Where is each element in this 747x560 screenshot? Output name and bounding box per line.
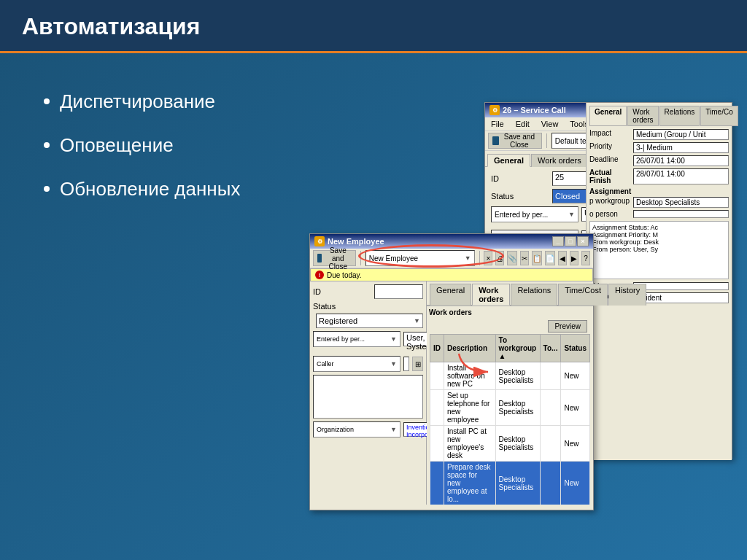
- right-panel: General Work orders Relations Time/Co Im…: [586, 103, 732, 460]
- ne-id-row: ID: [313, 284, 423, 299]
- priority-row: Priority 3-| Medium: [589, 142, 729, 153]
- table-row[interactable]: Set up telephone for new employee Deskto…: [430, 390, 590, 426]
- ne-org-dropdown[interactable]: Organization ▼: [313, 421, 400, 438]
- windows-area: ⚙ 26 – Service Call _ □ × File Edit View…: [309, 102, 732, 540]
- table-row[interactable]: Install PC at new employee's desk Deskto…: [430, 426, 590, 462]
- cell-workgroup: Desktop Specialists: [495, 390, 540, 426]
- assignment-priority: Assignment Priority: M: [592, 231, 726, 238]
- deadline-value[interactable]: 26/07/01 14:00: [633, 155, 729, 166]
- ne-window-controls[interactable]: _ □ ×: [552, 236, 589, 246]
- title-bar: Автоматизация: [0, 0, 747, 53]
- new-employee-title-text: New Employee: [328, 237, 384, 246]
- ne-close-button[interactable]: ×: [577, 236, 589, 246]
- ne-save-close-button[interactable]: Save and Close: [313, 250, 356, 266]
- ne-delete-btn[interactable]: ×: [484, 251, 492, 265]
- priority-value[interactable]: 3-| Medium: [633, 142, 729, 153]
- ne-print-btn[interactable]: 🖨: [495, 251, 504, 265]
- cell-id: [430, 426, 444, 462]
- cell-id: [430, 362, 444, 390]
- cell-workgroup: Desktop Specialists: [495, 362, 540, 390]
- bullet-dot-2: [44, 142, 50, 148]
- ne-tab-workorders[interactable]: Work orders: [472, 284, 510, 306]
- rp-tab-workorders[interactable]: Work orders: [627, 106, 658, 126]
- slide: Автоматизация Диспетчирование Оповещение…: [0, 0, 747, 560]
- tab-general-back[interactable]: General: [487, 154, 530, 167]
- ne-sep-1: [360, 251, 361, 265]
- col-id: ID: [430, 335, 444, 362]
- ne-entered-by-dropdown[interactable]: Entered by per... ▼: [313, 331, 400, 347]
- cell-to: [540, 426, 561, 462]
- table-row[interactable]: Prepare desk space for new employee at l…: [430, 462, 590, 505]
- workgroup-row: p workgroup Desktop Specialists: [589, 197, 729, 208]
- service-call-title-text: 26 – Service Call: [503, 106, 566, 114]
- due-today-bar: ! Due today.: [310, 268, 593, 281]
- bullet-text-3: Обновление данных: [60, 170, 240, 208]
- menu-file[interactable]: File: [488, 119, 507, 129]
- rp-tab-timeco[interactable]: Time/Co: [700, 106, 738, 126]
- menu-view[interactable]: View: [538, 119, 562, 129]
- category-value[interactable]: Incident: [633, 292, 729, 303]
- ne-template-dropdown[interactable]: New Employee ▼: [365, 250, 475, 266]
- tab-workorders-back[interactable]: Work orders: [531, 154, 588, 167]
- person-row: o person: [589, 210, 729, 218]
- cell-workgroup: Desktop Specialists: [495, 426, 540, 462]
- cell-workgroup: Desktop Specialists: [495, 462, 540, 505]
- ne-caller-browse[interactable]: ⊞: [412, 357, 423, 371]
- from-person: From person: User, Sy: [592, 246, 726, 253]
- ne-help-btn[interactable]: ?: [581, 251, 590, 265]
- older-value: [633, 282, 729, 290]
- bullet-text-2: Оповещение: [60, 126, 174, 164]
- workgroup-value[interactable]: Desktop Specialists: [633, 197, 729, 208]
- ne-id-field[interactable]: [374, 284, 423, 299]
- title-left: ⚙ 26 – Service Call: [489, 105, 566, 115]
- menu-edit[interactable]: Edit: [513, 119, 533, 129]
- ne-tab-general[interactable]: General: [430, 284, 471, 306]
- ne-minimize-button[interactable]: _: [552, 236, 564, 246]
- slide-title: Автоматизация: [22, 13, 200, 39]
- ne-status-select[interactable]: Registered ▼: [316, 314, 423, 328]
- ne-caller-dropdown[interactable]: Caller ▼: [313, 356, 400, 372]
- cell-to: [540, 390, 561, 426]
- preview-area: Preview: [427, 319, 593, 334]
- right-panel-tabs: General Work orders Relations Time/Co: [589, 106, 729, 126]
- table-row[interactable]: Install software on new PC Desktop Speci…: [430, 362, 590, 390]
- ne-notes-area: [313, 375, 423, 419]
- ne-paste-btn[interactable]: 📄: [545, 251, 555, 265]
- ne-sep-2: [479, 251, 480, 265]
- cell-status: New: [561, 462, 590, 505]
- save-close-button[interactable]: Save and Close: [488, 133, 542, 149]
- ne-back-btn[interactable]: ◀: [558, 251, 567, 265]
- person-value[interactable]: [633, 210, 729, 218]
- ne-tabs-bar: General Work orders Relations Time/Cost …: [427, 281, 593, 306]
- actual-finish-label: Actual Finish: [589, 168, 633, 184]
- cell-status: New: [561, 426, 590, 462]
- ne-copy-btn[interactable]: 📋: [532, 251, 542, 265]
- ne-tab-timecost[interactable]: Time/Cost: [558, 284, 608, 306]
- actual-finish-value[interactable]: 28/07/01 14:00: [633, 168, 729, 184]
- cell-to: [540, 462, 561, 505]
- ne-caller-field[interactable]: [403, 357, 409, 371]
- deadline-label: Deadline: [589, 155, 633, 166]
- ne-attach-btn[interactable]: 📎: [507, 251, 517, 265]
- rp-tab-relations[interactable]: Relations: [659, 106, 700, 126]
- ne-tab-relations[interactable]: Relations: [511, 284, 557, 306]
- impact-value[interactable]: Medium (Group / Unit: [633, 129, 729, 140]
- ne-save-icon: [317, 254, 322, 262]
- ne-maximize-button[interactable]: □: [565, 236, 576, 246]
- ne-title-left: ⚙ New Employee: [314, 236, 384, 246]
- bullet-text-1: Диспетчирование: [60, 82, 215, 120]
- bullet-dot-1: [44, 98, 50, 104]
- preview-button[interactable]: Preview: [548, 320, 587, 332]
- workgroup-label: p workgroup: [589, 197, 633, 208]
- ne-cut-btn[interactable]: ✂: [520, 251, 529, 265]
- workorders-table: ID Description To workgroup ▲ To... Stat…: [430, 334, 590, 505]
- person-label: o person: [589, 210, 633, 218]
- ne-tab-history[interactable]: History: [608, 284, 646, 306]
- cell-to: [540, 362, 561, 390]
- rp-tab-general[interactable]: General: [589, 106, 627, 126]
- service-call-icon: ⚙: [489, 105, 500, 115]
- ne-fwd-btn[interactable]: ▶: [570, 251, 578, 265]
- ne-entered-row: Entered by per... ▼ User, System ⊞: [313, 331, 423, 347]
- ne-org-row: Organization ▼ Invention Incorporated ⊞: [313, 421, 423, 438]
- entered-by-dropdown[interactable]: Entered by per... ▼: [491, 206, 578, 222]
